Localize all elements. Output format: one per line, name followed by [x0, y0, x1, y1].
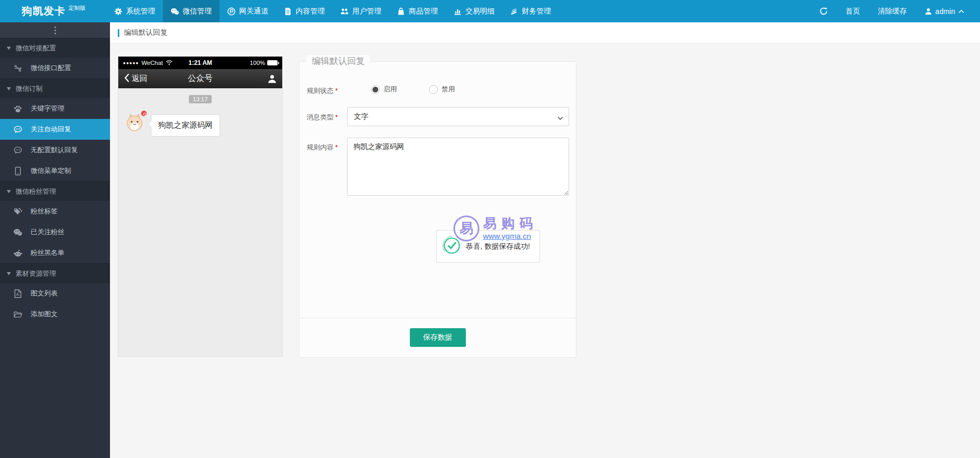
phone-chat-title: 公众号: [165, 73, 236, 84]
caret-down-icon: [7, 47, 11, 52]
sidebar-item-follow-auto-reply[interactable]: 关注自动回复: [0, 119, 110, 140]
top-navbar: 狗凯发卡 定制版 系统管理 微信管理 网关通道 内容管理 用户管理 商品管理: [0, 0, 980, 22]
sidebar-item-fan-tags[interactable]: 粉丝标签: [0, 201, 110, 222]
contact-icon[interactable]: [236, 74, 277, 84]
main-area: 编辑默认回复 ●●●●● WeChat 1:21 AM 100%: [110, 22, 980, 458]
chat-timestamp: 13:17: [189, 95, 212, 103]
app-logo: 狗凯发卡 定制版: [0, 0, 106, 22]
nav-item-wechat[interactable]: 微信管理: [163, 0, 219, 22]
enable-radio-label: 启用: [383, 85, 397, 94]
battery-percent: 100%: [250, 60, 265, 66]
rule-content-label: 规则内容*: [307, 138, 347, 152]
sidebar-section-wechat-config[interactable]: 微信对接配置: [0, 38, 110, 58]
toast-message: 恭喜, 数据保存成功!: [466, 242, 530, 251]
disable-radio[interactable]: [429, 85, 438, 94]
refresh-button[interactable]: [819, 7, 828, 16]
nav-item-gateway[interactable]: 网关通道: [219, 0, 276, 22]
avatar-badge: [141, 110, 147, 117]
phone-chat-body: 13:17 狗凯之家源码网: [118, 95, 282, 137]
nav-item-goods[interactable]: 商品管理: [389, 0, 446, 22]
nav-item-finance[interactable]: 财务管理: [502, 0, 559, 22]
site-watermark: 易 易购码 www.ygma.cn: [453, 215, 537, 241]
breadcrumb-accent-bar: [118, 29, 119, 37]
chevron-down-icon: [557, 114, 563, 122]
nav-item-label: 交易明细: [465, 7, 494, 16]
chevron-up-icon: [958, 9, 964, 14]
required-mark: *: [335, 87, 338, 95]
file-icon: [12, 289, 23, 298]
required-mark: *: [335, 113, 338, 121]
user-menu[interactable]: admin: [924, 7, 964, 16]
edit-default-reply-panel: 编辑默认回复 规则状态* 启用 禁用 消息类型*: [299, 61, 576, 358]
sidebar-item-keyword-manage[interactable]: 关键字管理: [0, 98, 110, 119]
nav-item-trades[interactable]: 交易明细: [446, 0, 502, 22]
sidebar-collapse-toggle[interactable]: [0, 22, 110, 38]
wechat-icon: [171, 7, 179, 16]
nav-item-label: 用户管理: [352, 7, 381, 16]
comment-dots-icon: [12, 125, 23, 134]
sidebar-item-default-reply[interactable]: 无配置默认回复: [0, 140, 110, 160]
phone-nav-bar: 返回 公众号: [118, 69, 282, 88]
document-icon: [284, 7, 292, 16]
back-button[interactable]: 返回: [123, 73, 165, 84]
enable-radio[interactable]: [371, 85, 380, 94]
carrier-label: WeChat: [142, 60, 163, 66]
sidebar-item-article-list[interactable]: 图文列表: [0, 283, 110, 304]
nav-item-label: 商品管理: [409, 7, 438, 16]
top-menu: 系统管理 微信管理 网关通道 内容管理 用户管理 商品管理 交易明细 财务管理: [106, 0, 559, 22]
tags-icon: [12, 207, 23, 216]
bar-chart-icon: [453, 7, 462, 16]
message-type-value: 文字: [354, 112, 368, 122]
rule-content-textarea[interactable]: 狗凯之家源码网: [347, 138, 569, 196]
chevron-left-icon: [123, 73, 130, 84]
battery-icon: [267, 60, 278, 65]
sidebar-item-wechat-api-config[interactable]: 微信接口配置: [0, 58, 110, 78]
clear-cache-link[interactable]: 清除缓存: [878, 7, 907, 16]
message-type-label: 消息类型*: [307, 107, 347, 122]
nav-item-label: 网关通道: [239, 7, 268, 16]
comment-dots-icon: [12, 146, 23, 155]
paw-icon: [12, 104, 23, 113]
user-icon: [924, 7, 932, 15]
nav-item-label: 财务管理: [522, 7, 551, 16]
nav-item-content[interactable]: 内容管理: [276, 0, 333, 22]
watermark-logo-icon: 易: [453, 215, 479, 241]
rule-status-row: 规则状态* 启用 禁用: [307, 85, 576, 96]
required-mark: *: [335, 143, 338, 151]
page-title: 编辑默认回复: [124, 28, 168, 37]
wechat-phone-preview: ●●●●● WeChat 1:21 AM 100% 返回 公众号: [118, 56, 283, 357]
signal-dots: ●●●●●: [123, 60, 139, 65]
app-logo-badge: 定制版: [68, 4, 86, 12]
nav-item-label: 内容管理: [296, 7, 325, 16]
sidebar-item-wechat-menu[interactable]: 微信菜单定制: [0, 160, 110, 181]
save-button[interactable]: 保存数据: [410, 328, 466, 347]
mobile-icon: [12, 167, 23, 176]
users-icon: [340, 7, 349, 16]
caret-down-icon: [7, 190, 11, 195]
panel-divider: [299, 318, 576, 318]
app-logo-text: 狗凯发卡: [22, 4, 65, 18]
nav-item-users[interactable]: 用户管理: [333, 0, 389, 22]
sidebar-item-add-article[interactable]: 添加图文: [0, 304, 110, 325]
gear-icon: [114, 7, 122, 16]
sidebar-section-fans-manage[interactable]: 微信粉丝管理: [0, 181, 110, 201]
sidebar: 微信对接配置 微信接口配置 微信订制 关键字管理 关注自动回复 无配置默认回复 …: [0, 22, 110, 458]
wechat-icon: [12, 228, 23, 237]
usb-icon: [12, 64, 23, 73]
navbar-right: 首页 清除缓存 admin: [802, 0, 980, 22]
sidebar-item-fan-blacklist[interactable]: 粉丝黑名单: [0, 243, 110, 263]
chat-bubble: 狗凯之家源码网: [151, 114, 220, 137]
sidebar-section-wechat-custom[interactable]: 微信订制: [0, 78, 110, 98]
nav-item-system[interactable]: 系统管理: [106, 0, 163, 22]
caret-down-icon: [7, 87, 11, 92]
sidebar-item-followed-fans[interactable]: 已关注粉丝: [0, 222, 110, 243]
home-link[interactable]: 首页: [846, 7, 860, 16]
sidebar-section-material-manage[interactable]: 素材资源管理: [0, 263, 110, 283]
watermark-link[interactable]: www.ygma.cn: [483, 232, 537, 240]
caret-down-icon: [7, 272, 11, 277]
message-type-select[interactable]: 文字: [347, 107, 569, 126]
avatar: [125, 113, 144, 132]
username: admin: [935, 7, 955, 16]
nav-item-label: 系统管理: [126, 7, 155, 16]
phone-clock: 1:21 AM: [188, 59, 212, 66]
